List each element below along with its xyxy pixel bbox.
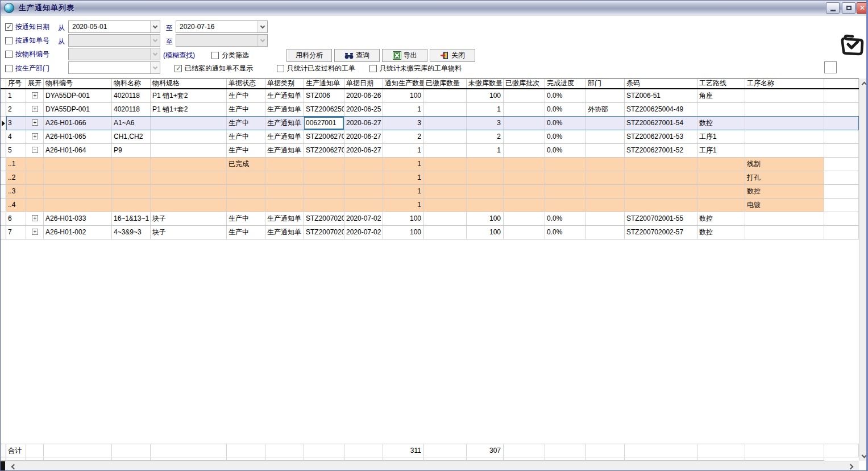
- cell-doc-date[interactable]: [344, 185, 383, 199]
- table-row[interactable]: 1+DYA55DP-0014020118P1 销1+套2生产中生产通知单STZ0…: [1, 89, 859, 103]
- cell-notify-qty[interactable]: 311: [383, 444, 424, 457]
- expand-icon[interactable]: +: [32, 106, 38, 112]
- cell-paid-batch[interactable]: [504, 199, 545, 212]
- cell-doc-type[interactable]: 生产通知单: [265, 103, 304, 117]
- cell-prod-notice[interactable]: STZ200627001: [304, 130, 344, 144]
- prod-dept-combo[interactable]: [68, 61, 160, 74]
- scroll-right-button[interactable]: [845, 461, 858, 471]
- cell-dept[interactable]: [586, 185, 625, 199]
- cell-notify-qty[interactable]: 100: [383, 89, 424, 103]
- cell-doc-date[interactable]: [344, 158, 383, 171]
- cell-expand[interactable]: +: [26, 103, 44, 117]
- sub-row[interactable]: ..1已完成1线割: [1, 158, 859, 171]
- cell-prod-notice[interactable]: [304, 199, 344, 212]
- cell-expand[interactable]: −: [26, 144, 44, 158]
- total-row[interactable]: 合计311307: [1, 444, 859, 457]
- cell-doc-status[interactable]: 生产中: [227, 144, 265, 158]
- col-header-route[interactable]: 工艺路线: [697, 79, 745, 88]
- cell-material-code[interactable]: [44, 158, 112, 171]
- cell-paid-batch[interactable]: [504, 444, 545, 457]
- folder-check-icon[interactable]: [839, 31, 865, 57]
- col-header-paid-batch[interactable]: 已缴库批次: [504, 79, 545, 88]
- cell-unpaid-qty[interactable]: 100: [467, 226, 504, 239]
- cell-material-spec[interactable]: [151, 117, 227, 130]
- cell-material-code[interactable]: [44, 444, 112, 457]
- cell-route[interactable]: [697, 103, 745, 117]
- cell-material-name[interactable]: [112, 171, 151, 185]
- cell-prod-notice[interactable]: [304, 185, 344, 199]
- cell-doc-date[interactable]: 2020-06-27: [344, 117, 383, 130]
- col-header-prod-notice[interactable]: 生产通知单: [304, 79, 344, 88]
- cell-paid-batch[interactable]: [504, 144, 545, 158]
- cell-seq[interactable]: 6: [6, 212, 26, 226]
- cell-unpaid-qty[interactable]: [467, 199, 504, 212]
- col-header-paid-qty[interactable]: 已缴库数量: [424, 79, 467, 88]
- cell-unpaid-qty[interactable]: 1: [467, 144, 504, 158]
- table-row[interactable]: 4+A26-H01-065CH1,CH2生产中生产通知单STZ200627001…: [1, 130, 859, 144]
- col-header-dept[interactable]: 部门: [586, 79, 625, 88]
- cell-expand[interactable]: [26, 444, 44, 457]
- cell-material-name[interactable]: [112, 444, 151, 457]
- cell-doc-status[interactable]: 已完成: [227, 158, 265, 171]
- cell-paid-qty[interactable]: [424, 185, 467, 199]
- cell-paid-batch[interactable]: [504, 158, 545, 171]
- cell-material-code[interactable]: [44, 171, 112, 185]
- cell-unpaid-qty[interactable]: 100: [467, 212, 504, 226]
- table-row[interactable]: 7+A26-H01-0024~3&9~3块子生产中生产通知单STZ2007020…: [1, 226, 859, 239]
- cell-material-spec[interactable]: 块子: [151, 212, 227, 226]
- cell-material-name[interactable]: [112, 199, 151, 212]
- cell-seq[interactable]: ..2: [6, 171, 26, 185]
- misc-checkbox[interactable]: [824, 61, 837, 73]
- cell-process-name[interactable]: [745, 89, 824, 103]
- cell-doc-type[interactable]: 生产通知单: [265, 226, 304, 239]
- cell-doc-status[interactable]: 生产中: [227, 212, 265, 226]
- cell-doc-status[interactable]: 生产中: [227, 130, 265, 144]
- cell-seq[interactable]: 3: [6, 117, 26, 130]
- cell-prod-notice[interactable]: [304, 171, 344, 185]
- cell-process-name[interactable]: 线割: [745, 158, 824, 171]
- cell-notify-qty[interactable]: 1: [383, 158, 424, 171]
- cell-paid-batch[interactable]: [504, 89, 545, 103]
- cell-material-spec[interactable]: [151, 130, 227, 144]
- cell-seq[interactable]: ..1: [6, 158, 26, 171]
- notify-date-checkbox[interactable]: [5, 23, 13, 31]
- collapse-icon[interactable]: −: [32, 147, 38, 153]
- cell-process-name[interactable]: [745, 444, 824, 457]
- cell-paid-batch[interactable]: [504, 185, 545, 199]
- cell-barcode[interactable]: [625, 171, 697, 185]
- cell-dept[interactable]: [586, 89, 625, 103]
- cell-progress[interactable]: [545, 444, 586, 457]
- cell-progress[interactable]: 0.0%: [545, 226, 586, 239]
- cell-route[interactable]: [697, 444, 745, 457]
- col-header-expand[interactable]: 展开: [26, 79, 44, 88]
- col-header-doc-date[interactable]: 单据日期: [344, 79, 383, 88]
- cell-paid-batch[interactable]: [504, 130, 545, 144]
- cell-doc-status[interactable]: [227, 199, 265, 212]
- cell-seq[interactable]: 2: [6, 103, 26, 117]
- cell-doc-type[interactable]: [265, 199, 304, 212]
- cell-material-spec[interactable]: [151, 185, 227, 199]
- cell-material-spec[interactable]: [151, 144, 227, 158]
- expand-icon[interactable]: +: [32, 229, 38, 235]
- cell-material-name[interactable]: [112, 158, 151, 171]
- cell-dept[interactable]: [586, 130, 625, 144]
- cell-barcode[interactable]: [625, 199, 697, 212]
- cell-paid-batch[interactable]: [504, 171, 545, 185]
- cell-paid-batch[interactable]: [504, 226, 545, 239]
- cell-unpaid-qty[interactable]: [467, 171, 504, 185]
- cell-seq[interactable]: ..4: [6, 199, 26, 212]
- cell-material-name[interactable]: P9: [112, 144, 151, 158]
- cell-doc-date[interactable]: [344, 199, 383, 212]
- cell-doc-status[interactable]: [227, 444, 265, 457]
- cell-prod-notice[interactable]: STZ006: [304, 89, 344, 103]
- cell-barcode[interactable]: [625, 158, 697, 171]
- material-analysis-button[interactable]: 用料分析: [286, 49, 332, 62]
- cell-route[interactable]: [697, 158, 745, 171]
- cell-paid-batch[interactable]: [504, 103, 545, 117]
- cell-route[interactable]: [697, 171, 745, 185]
- cell-paid-qty[interactable]: [424, 130, 467, 144]
- chevron-down-icon[interactable]: [150, 62, 160, 73]
- cell-paid-qty[interactable]: [424, 144, 467, 158]
- cell-seq[interactable]: 合计: [6, 444, 26, 457]
- cell-doc-date[interactable]: 2020-06-27: [344, 144, 383, 158]
